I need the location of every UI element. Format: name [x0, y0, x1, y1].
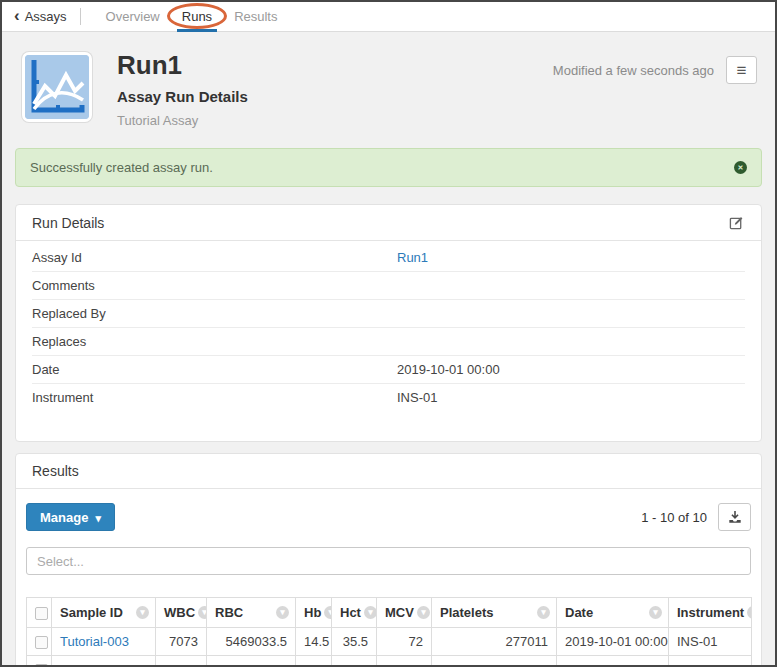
content: Run1 Assay Run Details Tutorial Assay Mo…	[2, 32, 775, 667]
select-all-checkbox[interactable]	[35, 607, 48, 620]
column-menu-icon[interactable]	[276, 606, 289, 619]
cell-hct: 39.5	[332, 656, 377, 667]
edit-pencil-icon	[729, 215, 744, 230]
column-menu-icon[interactable]	[537, 606, 550, 619]
cell-platelets: 283244.5	[432, 656, 557, 667]
column-header-inner: Hct	[340, 605, 370, 620]
column-header-rbc[interactable]: RBC	[207, 598, 296, 628]
run-details-panel: Run Details Assay IdRun1CommentsReplaced…	[15, 204, 762, 442]
field-label: Replaced By	[32, 306, 397, 321]
field-row-date: Date2019-10-01 00:00	[32, 356, 745, 384]
column-label: WBC	[164, 605, 195, 620]
column-header-inner: Platelets	[440, 605, 550, 620]
field-row-replaced-by: Replaced By	[32, 300, 745, 328]
table-row: Tutorial-00370735469033.514.535.57227701…	[27, 628, 752, 656]
table-row: Tutorial-004645848353281539.593283244.52…	[27, 656, 752, 667]
cell-platelets: 277011	[432, 628, 557, 656]
column-header-hb[interactable]: Hb	[296, 598, 332, 628]
field-label: Assay Id	[32, 250, 397, 265]
field-value: INS-01	[397, 390, 437, 405]
export-button[interactable]	[718, 503, 751, 531]
page-header: Run1 Assay Run Details Tutorial Assay Mo…	[22, 52, 757, 128]
field-label: Date	[32, 362, 397, 377]
tab-label: Results	[234, 9, 277, 24]
select-all-header-cell	[27, 598, 52, 628]
results-table: Sample IDWBCRBCHbHctMCVPlateletsDateInst…	[26, 597, 752, 667]
column-menu-icon[interactable]	[136, 606, 149, 619]
field-label: Replaces	[32, 334, 397, 349]
sample-id-link[interactable]: Tutorial-004	[60, 662, 129, 667]
cell-mcv: 93	[377, 656, 432, 667]
column-menu-icon[interactable]	[198, 606, 206, 619]
field-row-replaces: Replaces	[32, 328, 745, 356]
column-header-inner: Sample ID	[60, 605, 149, 620]
filter-select-input[interactable]	[26, 547, 751, 575]
results-title: Results	[32, 463, 79, 479]
column-label: Hct	[340, 605, 361, 620]
column-header-wbc[interactable]: WBC	[156, 598, 207, 628]
column-menu-icon[interactable]	[364, 606, 377, 619]
cell-hct: 35.5	[332, 628, 377, 656]
cell-date: 2019-10-01 00:00	[557, 628, 669, 656]
column-header-mcv[interactable]: MCV	[377, 598, 432, 628]
field-value[interactable]: Run1	[397, 250, 428, 265]
row-checkbox[interactable]	[35, 636, 48, 649]
cell-sample-id: Tutorial-004	[52, 656, 156, 667]
tab-overview[interactable]: Overview	[95, 2, 171, 31]
column-label: Instrument	[677, 605, 744, 620]
column-menu-icon[interactable]	[747, 606, 751, 619]
field-row-assay-id: Assay IdRun1	[32, 244, 745, 272]
field-label: Instrument	[32, 390, 397, 405]
cell-hb: 14.5	[296, 628, 332, 656]
run-details-fields: Assay IdRun1CommentsReplaced ByReplacesD…	[16, 241, 761, 441]
column-header-inner: Instrument	[677, 605, 745, 620]
manage-button[interactable]: Manage	[26, 503, 115, 531]
results-panel: Results Manage 1 - 10 of 10	[15, 453, 762, 667]
column-label: MCV	[385, 605, 414, 620]
column-label: Platelets	[440, 605, 493, 620]
field-value: 2019-10-01 00:00	[397, 362, 500, 377]
topnav: Assays OverviewRunsResults	[2, 2, 775, 32]
back-link-assays[interactable]: Assays	[14, 2, 67, 31]
tab-runs[interactable]: Runs	[171, 2, 223, 31]
column-header-sample-id[interactable]: Sample ID	[52, 598, 156, 628]
edit-run-button[interactable]	[728, 214, 745, 231]
cell-mcv: 72	[377, 628, 432, 656]
cell-rbc: 5469033.5	[207, 628, 296, 656]
tab-label: Overview	[106, 9, 160, 24]
cell-rbc: 4835328	[207, 656, 296, 667]
field-row-instrument: InstrumentINS-01	[32, 384, 745, 411]
column-header-instrument[interactable]: Instrument	[669, 598, 752, 628]
cell-instrument: INS-01	[669, 628, 752, 656]
column-menu-icon[interactable]	[417, 606, 430, 619]
row-checkbox-cell	[27, 628, 52, 656]
field-row-comments: Comments	[32, 272, 745, 300]
tab-results[interactable]: Results	[223, 2, 288, 31]
column-header-platelets[interactable]: Platelets	[432, 598, 557, 628]
table-body: Tutorial-00370735469033.514.535.57227701…	[27, 628, 752, 667]
column-label: RBC	[215, 605, 243, 620]
column-header-inner: Hb	[304, 605, 325, 620]
toolbar-right: 1 - 10 of 10	[641, 503, 751, 531]
row-checkbox-cell	[27, 656, 52, 667]
column-header-inner: WBC	[164, 605, 200, 620]
sample-id-link[interactable]: Tutorial-003	[60, 634, 129, 649]
column-label: Hb	[304, 605, 321, 620]
nav-divider	[80, 8, 81, 25]
alert-close-button[interactable]	[734, 161, 747, 174]
column-menu-icon[interactable]	[649, 606, 662, 619]
tab-label: Runs	[182, 9, 212, 24]
circle-x-icon	[734, 161, 747, 174]
table-header-row: Sample IDWBCRBCHbHctMCVPlateletsDateInst…	[27, 598, 752, 628]
column-header-inner: Date	[565, 605, 662, 620]
results-body: Manage 1 - 10 of 10 Sample IDWBCRBCH	[16, 489, 761, 667]
line-chart-icon	[22, 52, 92, 122]
column-menu-icon[interactable]	[324, 606, 331, 619]
column-header-hct[interactable]: Hct	[332, 598, 377, 628]
menu-button[interactable]	[726, 56, 757, 84]
column-label: Date	[565, 605, 593, 620]
hamburger-menu-icon	[737, 62, 747, 79]
cell-wbc: 7073	[156, 628, 207, 656]
back-link-label: Assays	[25, 9, 67, 24]
column-header-date[interactable]: Date	[557, 598, 669, 628]
